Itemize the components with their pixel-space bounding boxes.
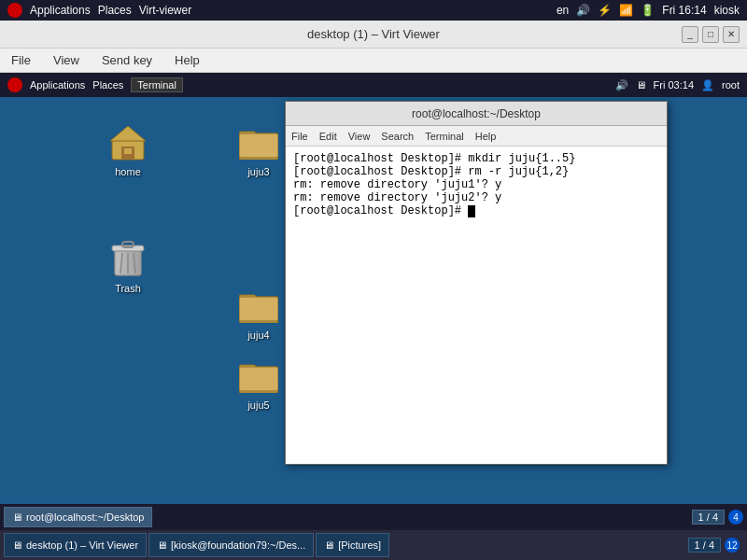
inner-terminal-label[interactable]: Terminal xyxy=(131,77,183,92)
inner-time: Fri 03:14 xyxy=(654,79,694,91)
juju5-folder-icon xyxy=(236,353,281,398)
desktop-icon-home[interactable]: home xyxy=(95,119,161,177)
inner-volume-icon: 🔊 xyxy=(615,79,628,91)
inner-user: root xyxy=(722,79,740,91)
virt-taskbar-label: desktop (1) – Virt Viewer xyxy=(26,539,138,551)
juju4-label: juju4 xyxy=(247,329,269,341)
maximize-button[interactable]: □ xyxy=(702,26,719,43)
term-menu-terminal[interactable]: Terminal xyxy=(425,131,464,142)
outer-num-badge: 12 xyxy=(725,538,740,553)
svg-rect-12 xyxy=(122,242,134,247)
outer-taskbar-item-virt[interactable]: 🖥 desktop (1) – Virt Viewer xyxy=(4,533,147,557)
inner-num-badge: 4 xyxy=(728,510,743,525)
win-controls: _ □ ✕ xyxy=(682,26,740,43)
desktop-icon-juju5[interactable]: juju5 xyxy=(226,353,291,411)
inner-places[interactable]: Places xyxy=(92,79,123,91)
svg-rect-5 xyxy=(128,148,132,154)
menu-send-key[interactable]: Send key xyxy=(98,51,156,69)
sys-places[interactable]: Places xyxy=(98,4,132,17)
sys-volume-icon: 🔊 xyxy=(576,4,590,17)
kiosk-taskbar-label: [kiosk@foundation79:~/Des... xyxy=(171,539,305,551)
inner-user-icon: 👤 xyxy=(701,79,714,91)
svg-rect-18 xyxy=(239,297,278,321)
juju5-label: juju5 xyxy=(247,399,269,411)
virt-title: desktop (1) – Virt Viewer xyxy=(307,27,440,41)
sys-applications[interactable]: Applications xyxy=(30,4,91,17)
taskbar-terminal-label: root@localhost:~/Desktop xyxy=(26,511,144,523)
sys-lang: en xyxy=(557,4,569,17)
term-menu-file[interactable]: File xyxy=(291,131,308,142)
desktop-icon-juju4[interactable]: juju4 xyxy=(226,283,291,341)
juju3-folder-icon xyxy=(236,119,281,164)
outer-taskbar-item-kiosk[interactable]: 🖥 [kiosk@foundation79:~/Des... xyxy=(148,533,314,557)
terminal-menu: File Edit View Search Terminal Help xyxy=(286,126,667,147)
close-button[interactable]: ✕ xyxy=(723,26,740,43)
term-menu-help[interactable]: Help xyxy=(475,131,497,142)
inner-taskbar: 🖥 root@localhost:~/Desktop 1 / 4 4 xyxy=(0,504,747,530)
term-menu-view[interactable]: View xyxy=(348,131,371,142)
virt-title-bar: desktop (1) – Virt Viewer _ □ ✕ xyxy=(0,21,747,49)
kiosk-taskbar-icon: 🖥 xyxy=(157,539,167,551)
menu-view[interactable]: View xyxy=(49,51,83,69)
sys-time: Fri 16:14 xyxy=(662,4,706,17)
inner-app-icon xyxy=(7,77,22,92)
term-menu-search[interactable]: Search xyxy=(381,131,414,142)
sys-wifi-icon: 📶 xyxy=(619,4,633,17)
sys-bluetooth-icon: ⚡ xyxy=(598,4,612,17)
taskbar-terminal-icon: 🖥 xyxy=(12,511,22,523)
virt-taskbar-icon: 🖥 xyxy=(12,539,22,551)
desktop-icon-trash[interactable]: Trash xyxy=(95,236,161,294)
outer-taskbar: 🖥 desktop (1) – Virt Viewer 🖥 [kiosk@fou… xyxy=(0,530,747,560)
page-indicator: 1 / 4 xyxy=(692,510,725,525)
svg-marker-2 xyxy=(110,126,146,141)
home-label: home xyxy=(115,166,141,177)
system-bar-left: Applications Places Virt-viewer xyxy=(7,3,191,18)
sys-battery-icon: 🔋 xyxy=(641,4,655,17)
inner-applications[interactable]: Applications xyxy=(30,79,85,91)
inner-sys-right: 🔊 🖥 Fri 03:14 👤 root xyxy=(615,79,740,91)
sys-username: kiosk xyxy=(714,4,740,17)
outer-window: Applications Places Virt-viewer en 🔊 ⚡ 📶… xyxy=(0,0,747,560)
taskbar-item-terminal[interactable]: 🖥 root@localhost:~/Desktop xyxy=(4,507,152,527)
trash-icon xyxy=(106,236,150,281)
svg-rect-4 xyxy=(124,148,128,154)
menu-help[interactable]: Help xyxy=(171,51,204,69)
sys-appname: Virt-viewer xyxy=(139,4,191,17)
trash-label: Trash xyxy=(115,283,141,294)
terminal-window: root@localhost:~/Desktop File Edit View … xyxy=(285,101,668,465)
system-bar-right: en 🔊 ⚡ 📶 🔋 Fri 16:14 kiosk xyxy=(557,4,740,17)
system-bar: Applications Places Virt-viewer en 🔊 ⚡ 📶… xyxy=(0,0,747,21)
terminal-title-bar: root@localhost:~/Desktop xyxy=(286,102,667,126)
outer-page-indicator: 1 / 4 xyxy=(688,538,721,553)
terminal-title: root@localhost:~/Desktop xyxy=(412,107,541,120)
outer-taskbar-right: 1 / 4 12 xyxy=(688,538,743,553)
taskbar-right: 1 / 4 4 xyxy=(692,510,743,525)
home-icon xyxy=(106,119,150,164)
pictures-taskbar-label: [Pictures] xyxy=(338,539,381,551)
svg-rect-8 xyxy=(239,133,278,158)
juju4-folder-icon xyxy=(236,283,281,328)
desktop-area: Applications Places Terminal 🔊 🖥 Fri 03:… xyxy=(0,73,747,530)
svg-rect-21 xyxy=(239,367,278,391)
virt-menu-bar: File View Send key Help xyxy=(0,49,747,73)
minimize-button[interactable]: _ xyxy=(682,26,698,43)
inner-system-bar: Applications Places Terminal 🔊 🖥 Fri 03:… xyxy=(0,73,747,97)
term-menu-edit[interactable]: Edit xyxy=(319,131,337,142)
app-icon xyxy=(7,3,22,18)
outer-taskbar-item-pictures[interactable]: 🖥 [Pictures] xyxy=(316,533,389,557)
menu-file[interactable]: File xyxy=(7,51,35,69)
desktop-icon-juju3[interactable]: juju3 xyxy=(226,119,291,177)
terminal-content[interactable]: [root@localhost Desktop]# mkdir juju{1..… xyxy=(286,147,667,464)
juju3-label: juju3 xyxy=(247,166,269,177)
pictures-taskbar-icon: 🖥 xyxy=(324,539,334,551)
inner-display-icon: 🖥 xyxy=(636,79,646,91)
